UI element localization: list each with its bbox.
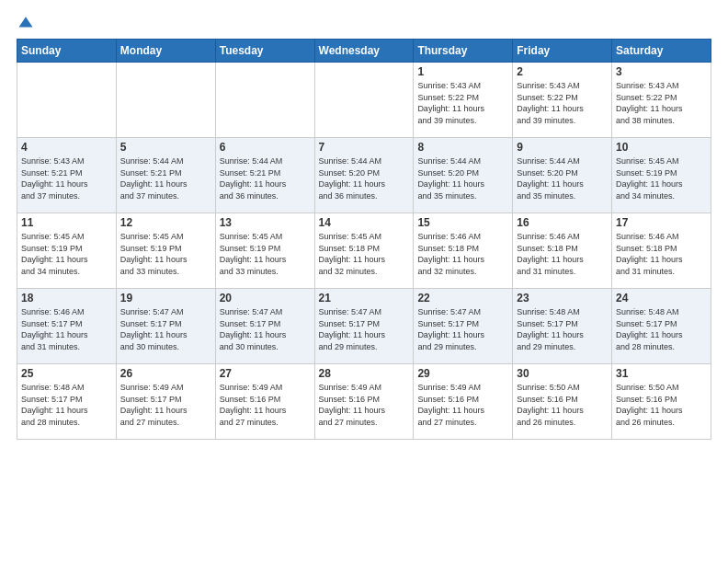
day-info: Sunrise: 5:44 AM Sunset: 5:21 PM Dayligh…	[220, 155, 311, 201]
day-info: Sunrise: 5:49 AM Sunset: 5:17 PM Dayligh…	[120, 382, 211, 428]
calendar-cell: 21Sunrise: 5:47 AM Sunset: 5:17 PM Dayli…	[314, 289, 414, 364]
weekday-header-wednesday: Wednesday	[314, 40, 414, 63]
day-info: Sunrise: 5:47 AM Sunset: 5:17 PM Dayligh…	[319, 306, 410, 352]
day-info: Sunrise: 5:44 AM Sunset: 5:20 PM Dayligh…	[517, 155, 608, 201]
calendar-cell: 12Sunrise: 5:45 AM Sunset: 5:19 PM Dayli…	[116, 213, 215, 289]
weekday-header-thursday: Thursday	[414, 40, 513, 63]
calendar-cell: 8Sunrise: 5:44 AM Sunset: 5:20 PM Daylig…	[414, 138, 513, 213]
week-row-2: 11Sunrise: 5:45 AM Sunset: 5:19 PM Dayli…	[17, 213, 711, 289]
weekday-header-monday: Monday	[116, 40, 215, 63]
calendar-cell: 3Sunrise: 5:43 AM Sunset: 5:22 PM Daylig…	[612, 63, 711, 138]
calendar-cell: 26Sunrise: 5:49 AM Sunset: 5:17 PM Dayli…	[116, 364, 215, 440]
calendar-cell: 2Sunrise: 5:43 AM Sunset: 5:22 PM Daylig…	[513, 63, 612, 138]
day-info: Sunrise: 5:43 AM Sunset: 5:21 PM Dayligh…	[21, 155, 112, 201]
day-info: Sunrise: 5:43 AM Sunset: 5:22 PM Dayligh…	[417, 80, 508, 126]
calendar-cell: 13Sunrise: 5:45 AM Sunset: 5:19 PM Dayli…	[215, 213, 314, 289]
calendar-cell: 11Sunrise: 5:45 AM Sunset: 5:19 PM Dayli…	[17, 213, 117, 289]
day-number: 27	[220, 367, 311, 380]
day-number: 21	[319, 292, 410, 304]
day-info: Sunrise: 5:50 AM Sunset: 5:16 PM Dayligh…	[616, 382, 707, 428]
calendar-cell: 9Sunrise: 5:44 AM Sunset: 5:20 PM Daylig…	[513, 138, 612, 213]
week-row-0: 1Sunrise: 5:43 AM Sunset: 5:22 PM Daylig…	[17, 63, 711, 138]
calendar-cell	[314, 63, 414, 138]
calendar-table: SundayMondayTuesdayWednesdayThursdayFrid…	[17, 39, 711, 440]
day-number: 1	[417, 65, 508, 78]
calendar-cell: 22Sunrise: 5:47 AM Sunset: 5:17 PM Dayli…	[414, 289, 513, 364]
day-number: 18	[21, 292, 112, 304]
day-number: 16	[517, 216, 608, 229]
day-info: Sunrise: 5:48 AM Sunset: 5:17 PM Dayligh…	[21, 382, 112, 428]
page: SundayMondayTuesdayWednesdayThursdayFrid…	[0, 0, 728, 563]
calendar-cell: 27Sunrise: 5:49 AM Sunset: 5:16 PM Dayli…	[215, 364, 314, 440]
calendar-cell: 23Sunrise: 5:48 AM Sunset: 5:17 PM Dayli…	[513, 289, 612, 364]
day-number: 23	[517, 292, 608, 304]
day-number: 25	[21, 367, 112, 380]
day-number: 14	[319, 216, 410, 229]
day-number: 31	[616, 367, 707, 380]
day-info: Sunrise: 5:45 AM Sunset: 5:19 PM Dayligh…	[616, 155, 707, 201]
calendar-cell: 20Sunrise: 5:47 AM Sunset: 5:17 PM Dayli…	[215, 289, 314, 364]
day-number: 22	[417, 292, 508, 304]
calendar-cell: 30Sunrise: 5:50 AM Sunset: 5:16 PM Dayli…	[513, 364, 612, 440]
day-info: Sunrise: 5:44 AM Sunset: 5:20 PM Dayligh…	[417, 155, 508, 201]
day-number: 19	[120, 292, 211, 304]
day-number: 17	[616, 216, 707, 229]
day-info: Sunrise: 5:43 AM Sunset: 5:22 PM Dayligh…	[616, 80, 707, 126]
day-info: Sunrise: 5:43 AM Sunset: 5:22 PM Dayligh…	[517, 80, 608, 126]
weekday-header-saturday: Saturday	[612, 40, 711, 63]
day-info: Sunrise: 5:48 AM Sunset: 5:17 PM Dayligh…	[616, 306, 707, 352]
day-number: 10	[616, 141, 707, 154]
svg-marker-0	[19, 17, 33, 27]
calendar-cell	[215, 63, 314, 138]
week-row-4: 25Sunrise: 5:48 AM Sunset: 5:17 PM Dayli…	[17, 364, 711, 440]
day-info: Sunrise: 5:46 AM Sunset: 5:17 PM Dayligh…	[21, 306, 112, 352]
day-info: Sunrise: 5:50 AM Sunset: 5:16 PM Dayligh…	[517, 382, 608, 428]
calendar-cell: 28Sunrise: 5:49 AM Sunset: 5:16 PM Dayli…	[314, 364, 414, 440]
calendar-cell: 1Sunrise: 5:43 AM Sunset: 5:22 PM Daylig…	[414, 63, 513, 138]
day-info: Sunrise: 5:44 AM Sunset: 5:21 PM Dayligh…	[120, 155, 211, 201]
day-number: 15	[417, 216, 508, 229]
day-number: 6	[220, 141, 311, 154]
day-number: 12	[120, 216, 211, 229]
calendar-cell: 10Sunrise: 5:45 AM Sunset: 5:19 PM Dayli…	[612, 138, 711, 213]
day-number: 24	[616, 292, 707, 304]
calendar-cell: 16Sunrise: 5:46 AM Sunset: 5:18 PM Dayli…	[513, 213, 612, 289]
logo-icon	[17, 15, 34, 31]
day-number: 20	[220, 292, 311, 304]
day-number: 2	[517, 65, 608, 78]
day-info: Sunrise: 5:47 AM Sunset: 5:17 PM Dayligh…	[120, 306, 211, 352]
day-number: 9	[517, 141, 608, 154]
day-info: Sunrise: 5:45 AM Sunset: 5:19 PM Dayligh…	[220, 231, 311, 277]
header	[17, 15, 711, 31]
day-info: Sunrise: 5:46 AM Sunset: 5:18 PM Dayligh…	[517, 231, 608, 277]
day-number: 28	[319, 367, 410, 380]
day-info: Sunrise: 5:49 AM Sunset: 5:16 PM Dayligh…	[319, 382, 410, 428]
day-info: Sunrise: 5:48 AM Sunset: 5:17 PM Dayligh…	[517, 306, 608, 352]
calendar-cell: 5Sunrise: 5:44 AM Sunset: 5:21 PM Daylig…	[116, 138, 215, 213]
weekday-header-row: SundayMondayTuesdayWednesdayThursdayFrid…	[17, 40, 711, 63]
calendar-cell: 31Sunrise: 5:50 AM Sunset: 5:16 PM Dayli…	[612, 364, 711, 440]
calendar-cell: 29Sunrise: 5:49 AM Sunset: 5:16 PM Dayli…	[414, 364, 513, 440]
day-number: 11	[21, 216, 112, 229]
day-number: 5	[120, 141, 211, 154]
weekday-header-tuesday: Tuesday	[215, 40, 314, 63]
calendar-cell: 19Sunrise: 5:47 AM Sunset: 5:17 PM Dayli…	[116, 289, 215, 364]
calendar-cell: 25Sunrise: 5:48 AM Sunset: 5:17 PM Dayli…	[17, 364, 117, 440]
day-info: Sunrise: 5:49 AM Sunset: 5:16 PM Dayligh…	[417, 382, 508, 428]
week-row-3: 18Sunrise: 5:46 AM Sunset: 5:17 PM Dayli…	[17, 289, 711, 364]
calendar-cell: 15Sunrise: 5:46 AM Sunset: 5:18 PM Dayli…	[414, 213, 513, 289]
week-row-1: 4Sunrise: 5:43 AM Sunset: 5:21 PM Daylig…	[17, 138, 711, 213]
weekday-header-friday: Friday	[513, 40, 612, 63]
day-info: Sunrise: 5:45 AM Sunset: 5:19 PM Dayligh…	[120, 231, 211, 277]
day-info: Sunrise: 5:47 AM Sunset: 5:17 PM Dayligh…	[220, 306, 311, 352]
day-info: Sunrise: 5:47 AM Sunset: 5:17 PM Dayligh…	[417, 306, 508, 352]
calendar-cell: 24Sunrise: 5:48 AM Sunset: 5:17 PM Dayli…	[612, 289, 711, 364]
day-number: 7	[319, 141, 410, 154]
day-number: 30	[517, 367, 608, 380]
day-info: Sunrise: 5:45 AM Sunset: 5:18 PM Dayligh…	[319, 231, 410, 277]
calendar-cell: 18Sunrise: 5:46 AM Sunset: 5:17 PM Dayli…	[17, 289, 117, 364]
day-info: Sunrise: 5:45 AM Sunset: 5:19 PM Dayligh…	[21, 231, 112, 277]
day-number: 29	[417, 367, 508, 380]
calendar-cell: 4Sunrise: 5:43 AM Sunset: 5:21 PM Daylig…	[17, 138, 117, 213]
weekday-header-sunday: Sunday	[17, 40, 117, 63]
